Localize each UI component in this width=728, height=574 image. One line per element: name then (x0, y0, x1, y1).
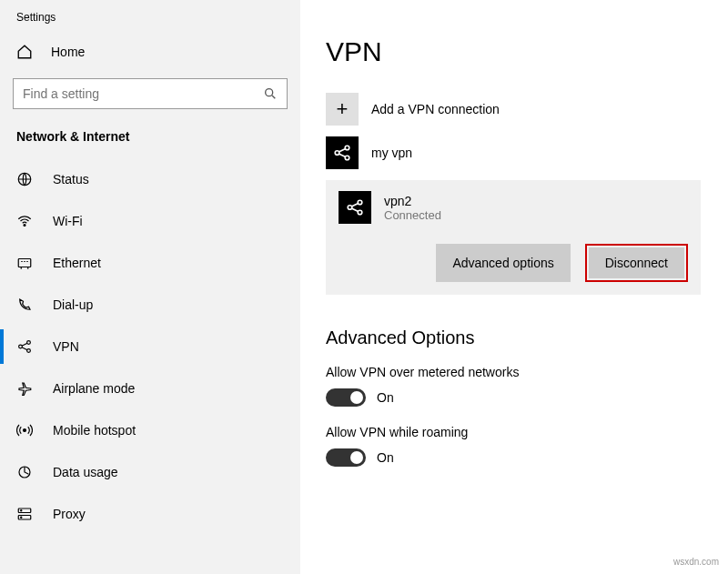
hotspot-icon (16, 422, 33, 438)
sidebar-item-airplane[interactable]: Airplane mode (0, 368, 300, 409)
search-icon (263, 86, 278, 101)
svg-rect-4 (18, 259, 31, 267)
plus-icon: + (326, 93, 359, 126)
sidebar-item-label: Ethernet (53, 256, 101, 270)
proxy-icon (16, 506, 33, 522)
sidebar-item-label: Proxy (53, 507, 86, 521)
advanced-options-title: Advanced Options (326, 327, 701, 348)
search-input[interactable] (23, 86, 263, 101)
sidebar: Settings Home Network & Internet Status … (0, 0, 300, 574)
search-box[interactable] (13, 78, 288, 109)
toggle-roaming-state: On (377, 450, 394, 465)
sidebar-item-dialup[interactable]: Dial-up (0, 284, 300, 326)
sidebar-item-hotspot[interactable]: Mobile hotspot (0, 409, 300, 451)
svg-point-3 (24, 225, 25, 227)
toggle-metered: Allow VPN over metered networks On (326, 365, 701, 407)
svg-point-8 (24, 429, 26, 432)
status-icon (16, 171, 33, 187)
sidebar-item-wifi[interactable]: Wi-Fi (0, 200, 300, 242)
vpn-selected-name: vpn2 (384, 194, 441, 208)
vpn-item-name: my vpn (371, 146, 412, 160)
vpn-selected-status: Connected (384, 208, 441, 222)
dialup-icon (16, 297, 33, 313)
home-label: Home (51, 45, 85, 59)
svg-line-1 (272, 96, 275, 98)
toggle-roaming-label: Allow VPN while roaming (326, 425, 701, 439)
sidebar-item-label: Airplane mode (53, 381, 135, 396)
home-nav[interactable]: Home (0, 33, 300, 71)
vpn-buttons: Advanced options Disconnect (339, 244, 688, 282)
add-vpn-row[interactable]: + Add a VPN connection (326, 93, 701, 126)
sidebar-item-label: Wi-Fi (53, 214, 83, 228)
main-content: VPN + Add a VPN connection my vpn vpn2 C… (300, 0, 728, 574)
ethernet-icon (16, 255, 33, 271)
airplane-icon (16, 380, 33, 397)
svg-point-13 (21, 517, 22, 518)
svg-point-12 (21, 510, 22, 511)
toggle-roaming: Allow VPN while roaming On (326, 425, 701, 467)
sidebar-item-label: Mobile hotspot (53, 423, 136, 438)
data-usage-icon (16, 464, 33, 480)
vpn-selected-item[interactable]: vpn2 Connected Advanced options Disconne… (326, 180, 701, 295)
wifi-icon (16, 213, 33, 229)
vpn-icon (16, 338, 33, 355)
sidebar-item-label: Dial-up (53, 297, 93, 312)
toggle-metered-switch[interactable] (326, 388, 366, 407)
attribution: wsxdn.com (673, 557, 719, 567)
page-title: VPN (326, 36, 701, 67)
svg-point-0 (266, 89, 273, 96)
sidebar-item-proxy[interactable]: Proxy (0, 493, 300, 535)
vpn-item[interactable]: my vpn (326, 136, 701, 169)
home-icon (16, 44, 33, 60)
advanced-options-button[interactable]: Advanced options (436, 244, 570, 282)
disconnect-highlight: Disconnect (585, 244, 688, 282)
window-title: Settings (0, 11, 300, 33)
disconnect-button[interactable]: Disconnect (589, 247, 684, 278)
section-header: Network & Internet (0, 126, 300, 158)
sidebar-item-label: Status (53, 172, 89, 186)
sidebar-item-label: Data usage (53, 465, 118, 479)
add-vpn-label: Add a VPN connection (371, 102, 500, 116)
sidebar-item-vpn[interactable]: VPN (0, 326, 300, 368)
sidebar-item-status[interactable]: Status (0, 158, 300, 200)
sidebar-item-datausage[interactable]: Data usage (0, 451, 300, 493)
toggle-metered-state: On (377, 390, 394, 405)
sidebar-item-ethernet[interactable]: Ethernet (0, 242, 300, 284)
sidebar-item-label: VPN (53, 339, 79, 354)
vpn-tile-icon (326, 136, 359, 169)
vpn-tile-icon (339, 191, 371, 224)
toggle-roaming-switch[interactable] (326, 448, 366, 467)
vpn-selected-header: vpn2 Connected (339, 191, 688, 224)
toggle-metered-label: Allow VPN over metered networks (326, 365, 701, 379)
